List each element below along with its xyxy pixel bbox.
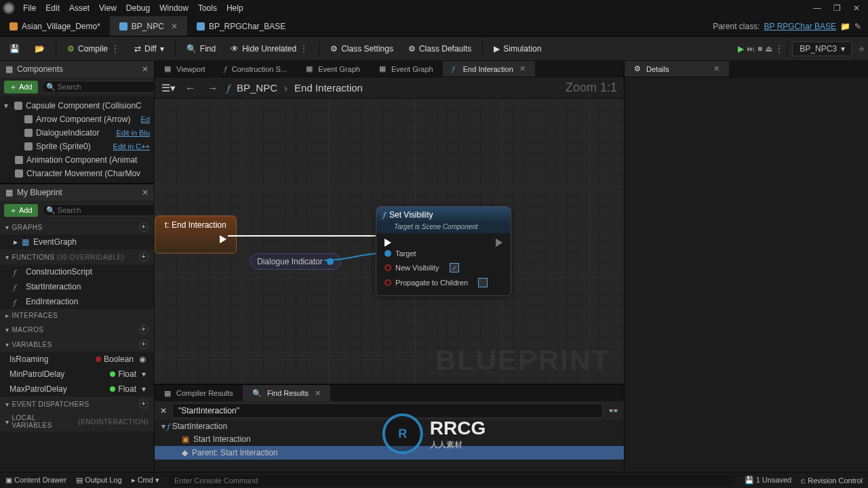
breadcrumb-root[interactable]: BP_NPC [237,82,277,94]
propagate-pin[interactable] [384,279,391,286]
function-end-interaction[interactable]: 𝑓EndInteraction [0,294,154,309]
exec-in-pin[interactable] [384,239,391,247]
content-drawer-button[interactable]: ▣ Content Drawer [5,476,66,485]
node-set-visibility[interactable]: 𝑓Set Visibility Target is Scene Componen… [376,206,511,296]
add-var-icon[interactable]: + [139,340,149,349]
minimize-icon[interactable]: — [813,3,821,13]
tree-row-sprite[interactable]: Sprite (Sprite0)Edit in C++ [0,140,154,153]
breadcrumb-leaf[interactable]: End Interaction [294,82,363,94]
menu-view[interactable]: View [99,3,117,13]
add-dispatcher-icon[interactable]: + [139,399,149,409]
tab-viewport[interactable]: ▦ Viewport [155,61,215,77]
localvars-header[interactable]: ▾LOCAL VARIABLES (ENDINTERACTION) [0,411,154,432]
add-macro-icon[interactable]: + [139,325,149,334]
binoculars-icon[interactable]: 👓 [608,406,618,415]
eye-icon[interactable]: ◉ [139,354,146,364]
menu-asset[interactable]: Asset [69,3,90,13]
cmd-dropdown[interactable]: ▸ Cmd ▾ [132,476,159,485]
class-settings-button[interactable]: ⚙Class Settings [325,41,399,56]
doc-tab-rpgchar[interactable]: BP_RPGChar_BASE [187,16,295,36]
menu-file[interactable]: File [23,3,36,13]
parent-class-link[interactable]: BP RPGChar BASE [764,22,837,31]
revision-control-button[interactable]: ⎌ Revision Control [801,476,863,485]
menu-tools[interactable]: Tools [198,3,217,13]
add-function-icon[interactable]: + [139,252,149,262]
tree-row-charmove[interactable]: Character Movement (CharMov [0,167,154,180]
tab-eventgraph-1[interactable]: ▦ Event Graph [296,61,370,77]
macros-header[interactable]: ▾MACROS+ [0,322,154,337]
stop-icon[interactable]: ■ [757,44,762,54]
clear-search-icon[interactable]: ✕ [160,406,167,415]
target-pin[interactable] [384,250,391,257]
tree-row-capsule[interactable]: ▾Capsule Component (CollisionC [0,99,154,113]
var-isroaming[interactable]: IsRoamingBoolean◉ [0,352,154,367]
close-tab-icon[interactable]: ✕ [713,64,719,73]
tree-row-animcomp[interactable]: Animation Component (Animat [0,153,154,167]
menu-window[interactable]: Window [159,3,189,13]
hide-unrelated-button[interactable]: 👁Hide Unrelated⋮ [225,41,313,56]
newvis-checkbox[interactable]: ✓ [450,263,459,272]
output-log-button[interactable]: ▤ Output Log [76,476,122,485]
console-input[interactable] [169,475,735,486]
component-search-input[interactable] [42,81,157,93]
close-panel-icon[interactable]: ✕ [142,64,149,74]
tab-details[interactable]: ⚙ Details✕ [625,61,729,77]
result-row-selected[interactable]: ◆Parent: Start Interaction [155,446,624,460]
doc-tab-bp-npc[interactable]: BP_NPC ✕ [110,16,187,36]
event-graph-item[interactable]: ▸▦EventGraph [0,235,154,249]
graphs-header[interactable]: ▾GRAPHS+ [0,220,154,235]
functions-header[interactable]: ▾FUNCTIONS (30 OVERRIDABLE)+ [0,249,154,264]
exec-out-pin[interactable] [496,239,502,247]
find-results-input[interactable] [172,403,603,418]
result-row[interactable]: ▣Start Interaction [155,432,624,446]
nav-menu-icon[interactable]: ☰▾ [161,82,176,94]
nav-forward-button[interactable]: → [205,81,220,95]
locate-icon[interactable]: ⎆ [859,44,864,54]
function-construction[interactable]: 𝑓ConstructionScript [0,264,154,279]
graph-canvas[interactable]: BLUEPRINT t: End Interaction Dialogue In… [155,99,624,384]
close-panel-icon[interactable]: ✕ [142,188,149,197]
var-out-pin[interactable] [327,258,334,265]
propagate-checkbox[interactable]: ✓ [478,278,488,287]
close-tab-icon[interactable]: ✕ [519,64,526,73]
close-icon[interactable]: ✕ [853,3,860,13]
step-icon[interactable]: ⏭ [747,44,755,54]
diff-button[interactable]: ⇄Diff▾ [129,41,170,56]
tab-compiler-results[interactable]: ▦ Compiler Results [155,385,243,401]
simulation-button[interactable]: ▶Simulation [488,41,547,56]
menu-edit[interactable]: Edit [45,3,60,13]
tree-row-dialogue-indicator[interactable]: DialogueIndicatorEdit in Blu [0,126,154,140]
mb-search-input[interactable] [42,204,157,216]
play-opts-icon[interactable]: ⋮ [775,44,783,54]
dispatchers-header[interactable]: ▾EVENT DISPATCHERS+ [0,396,154,411]
play-icon[interactable]: ▶ [738,44,744,54]
menu-debug[interactable]: Debug [126,3,150,13]
var-minpatrol[interactable]: MinPatrolDelayFloat▾ [0,367,154,382]
variables-header[interactable]: ▾VARIABLES+ [0,337,154,352]
find-button[interactable]: 🔍Find [181,41,221,56]
menu-help[interactable]: Help [226,3,243,13]
newvis-pin[interactable] [384,264,391,271]
add-graph-icon[interactable]: + [139,222,149,232]
function-start-interaction[interactable]: 𝑓StartInteraction [0,279,154,294]
close-tab-icon[interactable]: ✕ [171,22,178,31]
save-button[interactable]: 💾 [4,41,25,56]
debug-object-dropdown[interactable]: BP_NPC3▾ [792,41,852,56]
components-panel-tab[interactable]: ▦ Components ✕ [0,61,154,77]
my-blueprint-panel-tab[interactable]: ▦ My Blueprint ✕ [0,184,154,201]
edit-icon[interactable]: ✎ [854,22,861,31]
close-tab-icon[interactable]: ✕ [315,389,321,398]
result-row[interactable]: StartInteraction [172,422,227,431]
tab-eventgraph-2[interactable]: ▦ Event Graph [370,61,443,77]
eject-icon[interactable]: ⏏ [765,44,772,54]
add-mb-button[interactable]: ＋Add [4,204,38,217]
tab-end-interaction[interactable]: 𝑓 End Interaction✕ [443,61,535,77]
tree-row-arrow[interactable]: Arrow Component (Arrow)Ed [0,113,154,126]
tab-construction[interactable]: 𝑓 Construction S... [215,61,296,77]
compile-button[interactable]: ⚙Compile⋮ [62,41,125,56]
browse-button[interactable]: 📂 [29,41,50,56]
node-end-interaction-event[interactable]: t: End Interaction [155,216,237,253]
doc-tab-level[interactable]: Asian_Village_Demo* [0,16,110,36]
maximize-icon[interactable]: ❐ [833,3,841,13]
exec-out-pin[interactable] [220,235,226,243]
